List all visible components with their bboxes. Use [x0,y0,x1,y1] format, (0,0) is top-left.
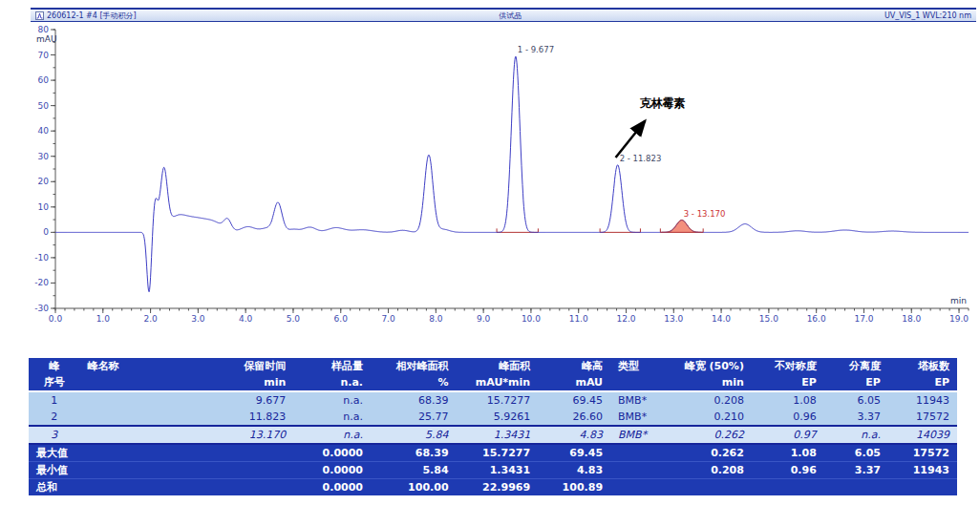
column-header: 保留时间 [195,358,293,374]
summary-cell: 0.0000 [293,462,371,479]
column-unit: 序号 [29,374,80,391]
x-axis-unit: min [950,296,967,305]
column-header: 峰高 [538,358,610,374]
peak-results-table: 峰峰名称保留时间样品量相对峰面积峰面积峰高类型峰宽 (50%)不对称度分离度塔板… [29,358,957,495]
peak-cell: 13.170 [195,426,293,444]
peak-cell: 2 [29,409,80,426]
peak-cell: 11.823 [195,409,293,426]
summary-cell [610,444,674,462]
svg-text:4.0: 4.0 [239,314,253,324]
chromatogram-svg[interactable]: 0.01.02.03.04.05.06.07.08.09.010.011.012… [13,22,976,329]
summary-cell: 69.45 [538,444,610,462]
svg-text:70: 70 [38,51,50,60]
svg-text:0: 0 [43,227,49,237]
peak-cell: n.a. [293,409,371,426]
summary-cell: 0.0000 [293,444,371,462]
column-unit: mAU [538,374,610,391]
peak-cell: 1.3431 [457,426,539,444]
compound-annotation: 克林霉素 [638,96,685,110]
tick-labels: 0.01.02.03.04.05.06.07.08.09.010.011.012… [34,25,969,324]
svg-text:6.0: 6.0 [334,314,349,324]
signal-curve [55,56,969,292]
peak-cell: 69.45 [538,391,610,409]
column-header: 不对称度 [752,358,824,374]
chromatogram-plot[interactable]: 0.01.02.03.04.05.06.07.08.09.010.011.012… [13,22,976,329]
summary-cell: 22.9969 [457,479,539,496]
peak-cell: 0.96 [752,409,824,426]
svg-text:3.0: 3.0 [191,314,205,324]
peak-cell: 11943 [888,391,957,409]
svg-text:17.0: 17.0 [854,314,873,324]
peak-label: 1 - 9.677 [518,45,554,54]
peak-cell: 15.7277 [457,391,539,409]
peak-row[interactable]: 211.823n.a.25.775.926126.60BMB*0.2100.96… [29,409,957,426]
peak-cell: 0.208 [674,391,752,409]
svg-text:-30: -30 [34,304,49,313]
svg-text:15.0: 15.0 [759,314,778,324]
svg-text:16.0: 16.0 [807,314,826,324]
channel-label: UV_VIS_1 WVL:210 nm [884,11,971,20]
svg-text:14.0: 14.0 [712,314,731,324]
column-unit: % [371,374,457,391]
injection-title-group: 260612-1 #4 [手动积分] [35,11,137,21]
summary-label: 最大值 [29,444,293,462]
peak-cell: 0.262 [674,426,752,444]
peak-cell: 3.37 [824,409,888,426]
peak-cell: 9.677 [195,391,293,409]
peak-cell: n.a. [293,426,371,444]
summary-cell: 0.0000 [293,479,371,496]
column-header: 峰名称 [80,358,196,374]
column-unit: EP [824,374,888,391]
summary-label: 总和 [29,479,293,496]
chromatogram-panel: 260612-1 #4 [手动积分] 供试品 UV_VIS_1 WVL:210 … [13,8,976,329]
injection-title: 260612-1 #4 [手动积分] [47,11,137,21]
peak-cell: 68.39 [371,391,457,409]
peak-cell: 0.97 [752,426,824,444]
column-unit: min [674,374,752,391]
column-header: 峰宽 (50%) [674,358,752,374]
summary-label: 最小值 [29,462,293,479]
peak-cell: 1.08 [752,391,824,409]
summary-cell [752,479,824,496]
column-header: 相对峰面积 [371,358,457,374]
summary-cell [674,479,752,496]
peak-cell: 25.77 [371,409,457,426]
peak-row[interactable]: 313.170n.a.5.841.34314.83BMB*0.2620.97n.… [29,426,957,444]
peak-cell: n.a. [293,391,371,409]
svg-text:80: 80 [38,25,50,34]
chromatogram-icon [35,11,44,20]
peak-cell: 4.83 [538,426,610,444]
column-header: 峰面积 [457,358,539,374]
svg-text:30: 30 [38,152,50,161]
summary-cell: 4.83 [538,462,610,479]
column-header: 样品量 [293,358,371,374]
peak-table-body: 19.677n.a.68.3915.727769.45BMB*0.2081.08… [29,391,957,495]
summary-cell: 6.05 [824,444,888,462]
summary-cell [888,479,957,496]
summary-cell: 0.208 [674,462,752,479]
peak-label: 3 - 13.170 [684,209,726,219]
svg-text:2.0: 2.0 [143,314,158,324]
results-panel: 峰峰名称保留时间样品量相对峰面积峰面积峰高类型峰宽 (50%)不对称度分离度塔板… [29,358,957,495]
summary-cell: 11943 [888,462,957,479]
peak-cell: 3 [29,426,80,444]
filled-peak [660,221,703,233]
column-unit: mAU*min [457,374,539,391]
summary-cell: 0.96 [752,462,824,479]
peak-cell: BMB* [610,426,674,444]
peak-row[interactable]: 19.677n.a.68.3915.727769.45BMB*0.2081.08… [29,391,957,409]
summary-cell [824,479,888,496]
summary-cell: 17572 [888,444,957,462]
summary-row: 最大值0.000068.3915.727769.450.2621.086.051… [29,444,957,462]
column-header: 分离度 [824,358,888,374]
summary-cell: 68.39 [371,444,457,462]
peak-cell: 17572 [888,409,957,426]
column-header: 塔板数 [888,358,957,374]
svg-text:9.0: 9.0 [477,314,491,324]
sample-type-label: 供试品 [499,11,522,21]
peak-cell: 26.60 [538,409,610,426]
chromatogram-header: 260612-1 #4 [手动积分] 供试品 UV_VIS_1 WVL:210 … [31,8,976,22]
svg-text:10: 10 [38,202,50,212]
svg-text:40: 40 [38,126,50,136]
svg-text:5.0: 5.0 [287,314,301,324]
